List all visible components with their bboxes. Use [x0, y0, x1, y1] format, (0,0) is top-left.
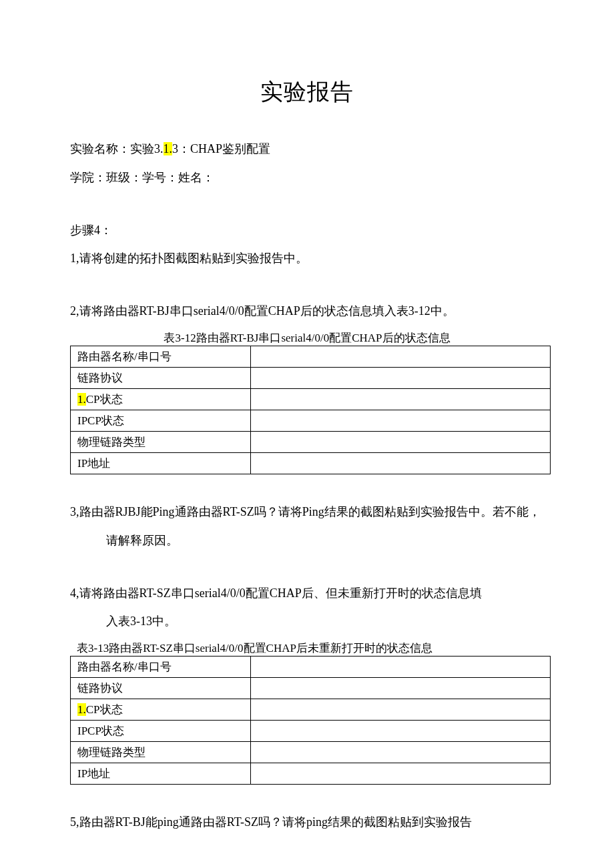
table-value-cell: [251, 699, 551, 721]
table-1: 路由器名称/串口号链路协议1.CP状态IPCP状态物理链路类型IP地址: [70, 346, 551, 474]
table-label-cell: 路由器名称/串口号: [71, 346, 251, 367]
table-value-cell: [251, 452, 551, 474]
highlight-text: 1.: [77, 703, 86, 716]
table-row: 物理链路类型: [71, 742, 551, 763]
table-row: 路由器名称/串口号: [71, 657, 551, 678]
document-page: 实验报告 实验名称：实验3.1.3：CHAP鉴别配置 学院：班级：学号：姓名： …: [0, 0, 614, 868]
table-label-cell: IPCP状态: [71, 410, 251, 431]
question-5: 5,路由器RT-BJ能ping通路由器RT-SZ吗？请将ping结果的截图粘贴到…: [70, 813, 544, 832]
question-1: 1,请将创建的拓扑图截图粘贴到实验报告中。: [70, 249, 544, 268]
table-value-cell: [251, 678, 551, 699]
step-heading: 步骤4：: [70, 221, 544, 240]
table-row: 路由器名称/串口号: [71, 346, 551, 367]
table-1-caption: 表3-12路由器RT-BJ串口serial4/0/0配置CHAP后的状态信息: [70, 330, 544, 346]
table-label-cell: 物理链路类型: [71, 742, 251, 763]
table-row: 物理链路类型: [71, 431, 551, 452]
experiment-name-line: 实验名称：实验3.1.3：CHAP鉴别配置: [70, 139, 544, 159]
table-2-caption: 表3-13路由器RT-SZ串口serial4/0/0配置CHAP后未重新打开时的…: [70, 640, 544, 656]
student-info-line: 学院：班级：学号：姓名：: [70, 168, 544, 187]
table-row: 链路协议: [71, 367, 551, 388]
highlight-text: 1.: [77, 393, 86, 406]
table-label-cell: 链路协议: [71, 678, 251, 699]
table-row: 链路协议: [71, 678, 551, 699]
table-value-cell: [251, 431, 551, 452]
table-value-cell: [251, 657, 551, 678]
table-label-cell: IP地址: [71, 452, 251, 474]
table-value-cell: [251, 367, 551, 388]
table-label-cell: 链路协议: [71, 367, 251, 388]
document-title: 实验报告: [70, 77, 544, 107]
table-row: IPCP状态: [71, 410, 551, 431]
table-value-cell: [251, 388, 551, 410]
experiment-name-suffix: 3：CHAP鉴别配置: [172, 142, 270, 155]
table-label-cell: 路由器名称/串口号: [71, 657, 251, 678]
table-value-cell: [251, 742, 551, 763]
question-2: 2,请将路由器RT-BJ串口serial4/0/0配置CHAP后的状态信息填入表…: [70, 302, 544, 321]
question-4-line-b: 入表3-13中。: [70, 612, 544, 631]
table-row: 1.CP状态: [71, 388, 551, 410]
table-row: 1.CP状态: [71, 699, 551, 721]
table-label-cell: IPCP状态: [71, 721, 251, 742]
highlight-text: 1.: [164, 142, 173, 155]
table-value-cell: [251, 346, 551, 367]
table-2: 路由器名称/串口号链路协议1.CP状态IPCP状态物理链路类型IP地址: [70, 656, 551, 785]
question-3-line-b: 请解释原因。: [70, 531, 544, 550]
table-label-cell: IP地址: [71, 763, 251, 785]
table-1-body: 路由器名称/串口号链路协议1.CP状态IPCP状态物理链路类型IP地址: [71, 346, 551, 474]
table-row: IP地址: [71, 763, 551, 785]
table-value-cell: [251, 721, 551, 742]
table-2-body: 路由器名称/串口号链路协议1.CP状态IPCP状态物理链路类型IP地址: [71, 657, 551, 785]
table-label-cell: 1.CP状态: [71, 388, 251, 410]
experiment-name-prefix: 实验名称：实验3.: [70, 142, 164, 155]
table-row: IPCP状态: [71, 721, 551, 742]
question-4-line-a: 4,请将路由器RT-SZ串口serial4/0/0配置CHAP后、但未重新打开时…: [70, 584, 544, 603]
table-value-cell: [251, 410, 551, 431]
table-label-cell: 物理链路类型: [71, 431, 251, 452]
question-3-line-a: 3,路由器RJBJ能Ping通路由器RT-SZ吗？请将Ping结果的截图粘贴到实…: [70, 502, 544, 522]
table-label-cell: 1.CP状态: [71, 699, 251, 721]
table-value-cell: [251, 763, 551, 785]
table-row: IP地址: [71, 452, 551, 474]
